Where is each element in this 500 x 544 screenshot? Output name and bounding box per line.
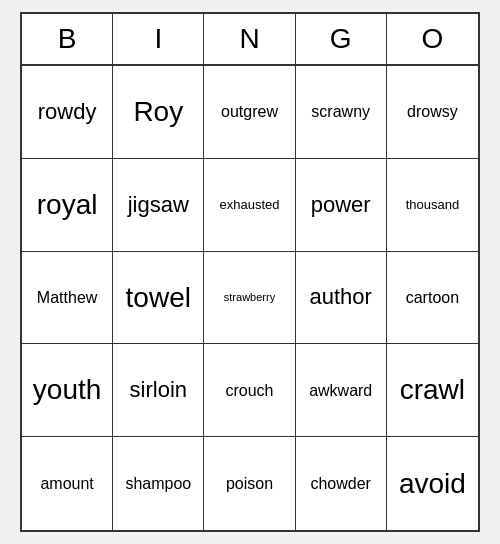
bingo-cell: towel — [113, 252, 204, 345]
bingo-cell: avoid — [387, 437, 478, 530]
cell-text: crouch — [225, 381, 273, 400]
bingo-cell: strawberry — [204, 252, 295, 345]
cell-text: rowdy — [38, 99, 97, 125]
bingo-header: BINGO — [22, 14, 478, 66]
bingo-cell: jigsaw — [113, 159, 204, 252]
bingo-cell: author — [296, 252, 387, 345]
cell-text: jigsaw — [128, 192, 189, 218]
cell-text: strawberry — [224, 291, 275, 304]
bingo-cell: sirloin — [113, 344, 204, 437]
cell-text: amount — [40, 474, 93, 493]
cell-text: power — [311, 192, 371, 218]
cell-text: cartoon — [406, 288, 459, 307]
bingo-grid: rowdyRoyoutgrewscrawnydrowsyroyaljigsawe… — [22, 66, 478, 530]
bingo-cell: Matthew — [22, 252, 113, 345]
bingo-cell: drowsy — [387, 66, 478, 159]
cell-text: exhausted — [219, 197, 279, 213]
bingo-cell: awkward — [296, 344, 387, 437]
bingo-card: BINGO rowdyRoyoutgrewscrawnydrowsyroyalj… — [20, 12, 480, 532]
cell-text: drowsy — [407, 102, 458, 121]
cell-text: scrawny — [311, 102, 370, 121]
cell-text: towel — [126, 281, 191, 315]
bingo-cell: Roy — [113, 66, 204, 159]
cell-text: Roy — [133, 95, 183, 129]
header-letter: G — [296, 14, 387, 64]
cell-text: crawl — [400, 373, 465, 407]
bingo-cell: poison — [204, 437, 295, 530]
cell-text: thousand — [406, 197, 460, 213]
header-letter: B — [22, 14, 113, 64]
cell-text: author — [310, 284, 372, 310]
bingo-cell: exhausted — [204, 159, 295, 252]
cell-text: outgrew — [221, 102, 278, 121]
bingo-cell: outgrew — [204, 66, 295, 159]
cell-text: Matthew — [37, 288, 97, 307]
cell-text: royal — [37, 188, 98, 222]
bingo-cell: amount — [22, 437, 113, 530]
cell-text: shampoo — [125, 474, 191, 493]
bingo-cell: cartoon — [387, 252, 478, 345]
header-letter: N — [204, 14, 295, 64]
cell-text: chowder — [310, 474, 370, 493]
header-letter: O — [387, 14, 478, 64]
bingo-cell: thousand — [387, 159, 478, 252]
bingo-cell: rowdy — [22, 66, 113, 159]
bingo-cell: scrawny — [296, 66, 387, 159]
bingo-cell: power — [296, 159, 387, 252]
cell-text: youth — [33, 373, 102, 407]
cell-text: awkward — [309, 381, 372, 400]
cell-text: sirloin — [130, 377, 187, 403]
bingo-cell: chowder — [296, 437, 387, 530]
bingo-cell: crawl — [387, 344, 478, 437]
header-letter: I — [113, 14, 204, 64]
bingo-cell: shampoo — [113, 437, 204, 530]
bingo-cell: crouch — [204, 344, 295, 437]
cell-text: avoid — [399, 467, 466, 501]
cell-text: poison — [226, 474, 273, 493]
bingo-cell: youth — [22, 344, 113, 437]
bingo-cell: royal — [22, 159, 113, 252]
